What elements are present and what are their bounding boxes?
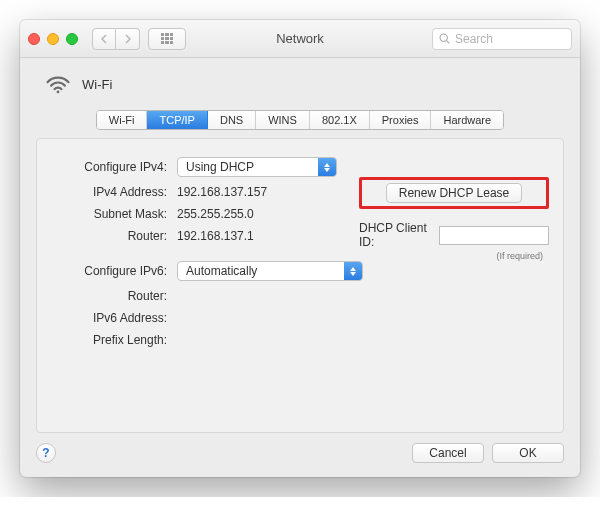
renew-dhcp-lease-button[interactable]: Renew DHCP Lease — [386, 183, 523, 203]
grid-icon — [161, 33, 173, 45]
titlebar: Network — [20, 20, 580, 58]
search-icon — [438, 32, 451, 45]
dhcp-client-id-row: DHCP Client ID: — [359, 221, 549, 249]
ipv6-address-row: IPv6 Address: — [51, 311, 549, 325]
chevron-right-icon — [124, 34, 132, 44]
content-area: Wi-Fi Wi-Fi TCP/IP DNS WINS 802.1X Proxi… — [20, 58, 580, 477]
svg-line-1 — [447, 40, 450, 43]
window-controls — [28, 33, 78, 45]
updown-arrows-icon — [344, 262, 362, 280]
tab-hardware[interactable]: Hardware — [431, 111, 503, 129]
back-button[interactable] — [92, 28, 116, 50]
configure-ipv6-select[interactable]: Automatically — [177, 261, 363, 281]
tab-tcpip[interactable]: TCP/IP — [147, 111, 207, 129]
tabbar-wrap: Wi-Fi TCP/IP DNS WINS 802.1X Proxies Har… — [36, 110, 564, 130]
configure-ipv6-label: Configure IPv6: — [51, 264, 177, 278]
tabbar: Wi-Fi TCP/IP DNS WINS 802.1X Proxies Har… — [96, 110, 504, 130]
zoom-window-button[interactable] — [66, 33, 78, 45]
minimize-window-button[interactable] — [47, 33, 59, 45]
dhcp-client-id-input[interactable] — [439, 226, 549, 245]
configure-ipv4-label: Configure IPv4: — [51, 160, 177, 174]
subnet-label: Subnet Mask: — [51, 207, 177, 221]
updown-arrows-icon — [318, 158, 336, 176]
tab-proxies[interactable]: Proxies — [370, 111, 432, 129]
dhcp-client-id-label: DHCP Client ID: — [359, 221, 433, 249]
nav-buttons — [92, 28, 140, 50]
ipv4-router-value: 192.168.137.1 — [177, 229, 254, 243]
close-window-button[interactable] — [28, 33, 40, 45]
show-all-button[interactable] — [148, 28, 186, 50]
dhcp-right-column: Renew DHCP Lease DHCP Client ID: (If req… — [359, 177, 549, 261]
ok-button[interactable]: OK — [492, 443, 564, 463]
dialog-footer: ? Cancel OK — [36, 443, 564, 463]
prefix-label: Prefix Length: — [51, 333, 177, 347]
tab-wins[interactable]: WINS — [256, 111, 310, 129]
interface-name: Wi-Fi — [82, 77, 112, 92]
network-advanced-window: Network Wi-Fi Wi-Fi TCP/IP DNS — [20, 20, 580, 477]
configure-ipv4-row: Configure IPv4: Using DHCP — [51, 157, 549, 177]
prefix-row: Prefix Length: — [51, 333, 549, 347]
ipv6-router-label: Router: — [51, 289, 177, 303]
chevron-left-icon — [100, 34, 108, 44]
svg-point-0 — [440, 34, 447, 41]
ipv4-router-label: Router: — [51, 229, 177, 243]
subnet-value: 255.255.255.0 — [177, 207, 254, 221]
search-input[interactable] — [432, 28, 572, 50]
forward-button[interactable] — [116, 28, 140, 50]
configure-ipv6-value: Automatically — [186, 264, 257, 278]
help-button[interactable]: ? — [36, 443, 56, 463]
renew-highlight: Renew DHCP Lease — [359, 177, 549, 209]
svg-point-2 — [57, 90, 60, 93]
tab-8021x[interactable]: 802.1X — [310, 111, 370, 129]
if-required-note: (If required) — [359, 251, 549, 261]
ipv6-address-label: IPv6 Address: — [51, 311, 177, 325]
configure-ipv4-value: Using DHCP — [186, 160, 254, 174]
ipv4-address-value: 192.168.137.157 — [177, 185, 267, 199]
search-wrap — [432, 28, 572, 50]
ipv6-router-row: Router: — [51, 289, 549, 303]
tab-wifi[interactable]: Wi-Fi — [97, 111, 148, 129]
interface-header: Wi-Fi — [36, 68, 564, 106]
tab-dns[interactable]: DNS — [208, 111, 256, 129]
wifi-icon — [44, 70, 72, 98]
tcpip-pane: Configure IPv4: Using DHCP IPv4 Address:… — [36, 138, 564, 433]
cancel-button[interactable]: Cancel — [412, 443, 484, 463]
help-icon: ? — [42, 446, 49, 460]
configure-ipv6-row: Configure IPv6: Automatically — [51, 261, 549, 281]
configure-ipv4-select[interactable]: Using DHCP — [177, 157, 337, 177]
ipv4-address-label: IPv4 Address: — [51, 185, 177, 199]
